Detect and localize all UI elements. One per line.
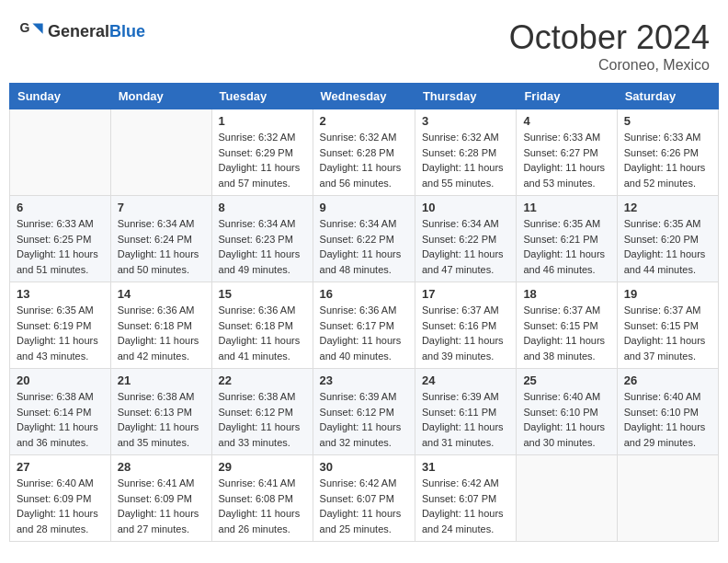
day-number: 14 — [118, 287, 205, 301]
calendar-cell: 12Sunrise: 6:35 AMSunset: 6:20 PMDayligh… — [617, 196, 718, 282]
day-info: Sunrise: 6:33 AMSunset: 6:27 PMDaylight:… — [523, 130, 609, 190]
calendar-cell: 22Sunrise: 6:38 AMSunset: 6:12 PMDayligh… — [211, 369, 313, 455]
day-info: Sunrise: 6:37 AMSunset: 6:15 PMDaylight:… — [523, 303, 609, 363]
day-number: 15 — [219, 287, 306, 301]
logo-general: General — [48, 22, 109, 40]
calendar-week-4: 20Sunrise: 6:38 AMSunset: 6:14 PMDayligh… — [10, 369, 719, 455]
calendar-cell: 15Sunrise: 6:36 AMSunset: 6:18 PMDayligh… — [211, 282, 313, 369]
day-number: 24 — [422, 373, 509, 387]
day-info: Sunrise: 6:41 AMSunset: 6:08 PMDaylight:… — [219, 476, 306, 536]
calendar-cell — [10, 109, 111, 196]
day-number: 10 — [422, 201, 509, 214]
calendar-cell: 11Sunrise: 6:35 AMSunset: 6:21 PMDayligh… — [517, 196, 617, 282]
calendar-cell: 30Sunrise: 6:42 AMSunset: 6:07 PMDayligh… — [313, 455, 415, 542]
calendar-cell: 9Sunrise: 6:34 AMSunset: 6:22 PMDaylight… — [313, 196, 415, 282]
header-saturday: Saturday — [617, 84, 718, 109]
header-tuesday: Tuesday — [211, 84, 313, 109]
day-info: Sunrise: 6:36 AMSunset: 6:17 PMDaylight:… — [320, 303, 408, 363]
location-title: Coroneo, Mexico — [509, 57, 710, 74]
day-info: Sunrise: 6:32 AMSunset: 6:28 PMDaylight:… — [422, 130, 509, 190]
calendar-cell — [617, 455, 718, 542]
day-number: 30 — [320, 460, 408, 474]
calendar-week-1: 1Sunrise: 6:32 AMSunset: 6:29 PMDaylight… — [10, 109, 719, 196]
calendar-cell: 29Sunrise: 6:41 AMSunset: 6:08 PMDayligh… — [211, 455, 313, 542]
day-number: 6 — [17, 201, 104, 214]
calendar-cell: 10Sunrise: 6:34 AMSunset: 6:22 PMDayligh… — [415, 196, 516, 282]
day-info: Sunrise: 6:37 AMSunset: 6:16 PMDaylight:… — [422, 303, 509, 363]
day-number: 11 — [523, 201, 609, 214]
day-number: 17 — [422, 287, 509, 301]
day-info: Sunrise: 6:34 AMSunset: 6:22 PMDaylight:… — [320, 216, 408, 277]
day-info: Sunrise: 6:38 AMSunset: 6:13 PMDaylight:… — [118, 389, 205, 450]
header-sunday: Sunday — [10, 84, 111, 109]
calendar-cell: 23Sunrise: 6:39 AMSunset: 6:12 PMDayligh… — [313, 369, 415, 455]
svg-marker-1 — [32, 24, 42, 34]
day-info: Sunrise: 6:42 AMSunset: 6:07 PMDaylight:… — [320, 476, 408, 536]
calendar-cell: 27Sunrise: 6:40 AMSunset: 6:09 PMDayligh… — [10, 455, 111, 542]
day-number: 2 — [320, 114, 408, 128]
header-wednesday: Wednesday — [313, 84, 415, 109]
day-number: 16 — [320, 287, 408, 301]
logo-icon: G — [18, 18, 44, 44]
calendar-cell: 19Sunrise: 6:37 AMSunset: 6:15 PMDayligh… — [617, 282, 718, 369]
calendar-cell — [110, 109, 211, 196]
logo: G GeneralBlue — [18, 18, 145, 44]
day-info: Sunrise: 6:42 AMSunset: 6:07 PMDaylight:… — [422, 476, 509, 536]
day-number: 5 — [624, 114, 711, 128]
logo-blue: Blue — [109, 22, 145, 40]
day-number: 9 — [320, 201, 408, 214]
day-number: 25 — [523, 373, 609, 387]
calendar-cell: 28Sunrise: 6:41 AMSunset: 6:09 PMDayligh… — [110, 455, 211, 542]
calendar-table: SundayMondayTuesdayWednesdayThursdayFrid… — [9, 83, 719, 542]
day-number: 20 — [17, 373, 104, 387]
day-number: 29 — [219, 460, 306, 474]
day-info: Sunrise: 6:34 AMSunset: 6:24 PMDaylight:… — [118, 216, 205, 277]
calendar-cell: 2Sunrise: 6:32 AMSunset: 6:28 PMDaylight… — [313, 109, 415, 196]
calendar-cell: 8Sunrise: 6:34 AMSunset: 6:23 PMDaylight… — [211, 196, 313, 282]
calendar-cell: 24Sunrise: 6:39 AMSunset: 6:11 PMDayligh… — [415, 369, 516, 455]
header-friday: Friday — [517, 84, 617, 109]
day-info: Sunrise: 6:37 AMSunset: 6:15 PMDaylight:… — [624, 303, 711, 363]
calendar-cell: 5Sunrise: 6:33 AMSunset: 6:26 PMDaylight… — [617, 109, 718, 196]
day-info: Sunrise: 6:38 AMSunset: 6:12 PMDaylight:… — [219, 389, 306, 450]
day-info: Sunrise: 6:33 AMSunset: 6:26 PMDaylight:… — [624, 130, 711, 190]
calendar-week-5: 27Sunrise: 6:40 AMSunset: 6:09 PMDayligh… — [10, 455, 719, 542]
day-number: 28 — [118, 460, 205, 474]
day-number: 3 — [422, 114, 509, 128]
day-number: 27 — [17, 460, 104, 474]
title-block: October 2024 Coroneo, Mexico — [509, 18, 710, 74]
day-info: Sunrise: 6:39 AMSunset: 6:12 PMDaylight:… — [320, 389, 408, 450]
calendar-week-3: 13Sunrise: 6:35 AMSunset: 6:19 PMDayligh… — [10, 282, 719, 369]
calendar-cell: 20Sunrise: 6:38 AMSunset: 6:14 PMDayligh… — [10, 369, 111, 455]
day-number: 23 — [320, 373, 408, 387]
day-number: 12 — [624, 201, 711, 214]
day-info: Sunrise: 6:33 AMSunset: 6:25 PMDaylight:… — [17, 216, 104, 277]
day-info: Sunrise: 6:32 AMSunset: 6:29 PMDaylight:… — [219, 130, 306, 190]
day-info: Sunrise: 6:34 AMSunset: 6:22 PMDaylight:… — [422, 216, 509, 277]
calendar-cell — [517, 455, 617, 542]
day-number: 31 — [422, 460, 509, 474]
day-number: 18 — [523, 287, 609, 301]
day-number: 8 — [219, 201, 306, 214]
day-number: 26 — [624, 373, 711, 387]
day-number: 22 — [219, 373, 306, 387]
header-monday: Monday — [110, 84, 211, 109]
calendar-cell: 26Sunrise: 6:40 AMSunset: 6:10 PMDayligh… — [617, 369, 718, 455]
calendar-week-2: 6Sunrise: 6:33 AMSunset: 6:25 PMDaylight… — [10, 196, 719, 282]
day-number: 13 — [17, 287, 104, 301]
day-info: Sunrise: 6:40 AMSunset: 6:10 PMDaylight:… — [523, 389, 609, 450]
day-info: Sunrise: 6:41 AMSunset: 6:09 PMDaylight:… — [118, 476, 205, 536]
day-info: Sunrise: 6:35 AMSunset: 6:20 PMDaylight:… — [624, 216, 711, 277]
day-number: 19 — [624, 287, 711, 301]
calendar-cell: 7Sunrise: 6:34 AMSunset: 6:24 PMDaylight… — [110, 196, 211, 282]
day-info: Sunrise: 6:40 AMSunset: 6:09 PMDaylight:… — [17, 476, 104, 536]
day-info: Sunrise: 6:38 AMSunset: 6:14 PMDaylight:… — [17, 389, 104, 450]
calendar-cell: 25Sunrise: 6:40 AMSunset: 6:10 PMDayligh… — [517, 369, 617, 455]
day-number: 21 — [118, 373, 205, 387]
header-thursday: Thursday — [415, 84, 516, 109]
calendar-cell: 18Sunrise: 6:37 AMSunset: 6:15 PMDayligh… — [517, 282, 617, 369]
calendar-cell: 4Sunrise: 6:33 AMSunset: 6:27 PMDaylight… — [517, 109, 617, 196]
day-number: 7 — [118, 201, 205, 214]
calendar-cell: 1Sunrise: 6:32 AMSunset: 6:29 PMDaylight… — [211, 109, 313, 196]
day-info: Sunrise: 6:34 AMSunset: 6:23 PMDaylight:… — [219, 216, 306, 277]
